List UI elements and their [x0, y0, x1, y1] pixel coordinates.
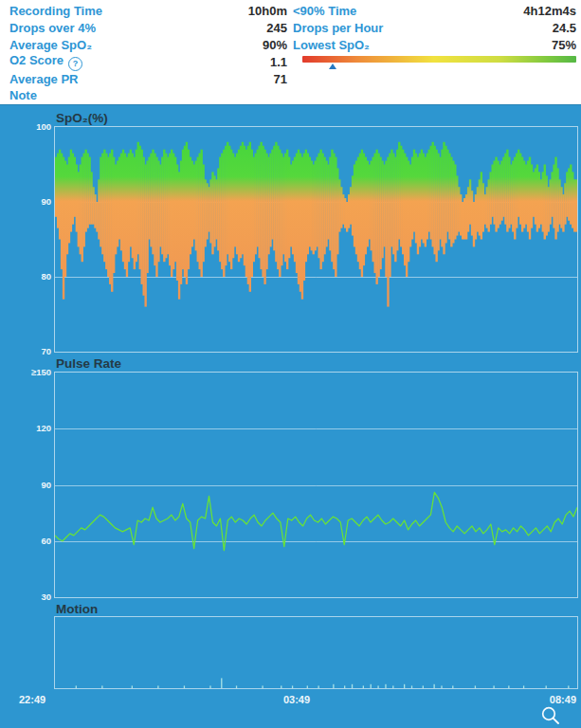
time-axis: 22:49 03:49 08:49 — [0, 694, 581, 708]
recording-time-value: 10h0m — [142, 4, 287, 18]
time-tick-middle: 03:49 — [283, 694, 310, 705]
o2-score-scale — [302, 55, 576, 70]
drops-per-hour-value: 24.5 — [553, 21, 576, 35]
note-label[interactable]: Note — [9, 88, 142, 102]
stat-row-o2-score: O2 Score? 1.1 — [9, 53, 576, 70]
lowest-spo2-value: 75% — [552, 38, 576, 52]
stat-row-average-pr: Average PR 71 — [9, 70, 576, 87]
o2-score-value: 1.1 — [142, 55, 287, 69]
pulse-rate-chart-title: Pulse Rate — [56, 356, 121, 371]
y-tick-label: 90 — [17, 481, 51, 490]
average-pr-value: 71 — [142, 72, 287, 86]
average-spo2-value: 90% — [142, 38, 287, 52]
pulse-rate-chart-canvas — [55, 373, 577, 597]
y-tick-label: 80 — [17, 272, 51, 282]
y-tick-label: 70 — [17, 347, 51, 356]
y-tick-label: 120 — [17, 424, 51, 433]
spo2-chart-canvas — [55, 127, 577, 352]
y-tick-label: 30 — [17, 592, 51, 602]
charts-panel: SpO₂(%) 100908070 Pulse Rate ≥1501209060… — [0, 104, 581, 728]
lowest-spo2-label: Lowest SpO₂ — [293, 38, 370, 52]
average-pr-label: Average PR — [9, 72, 142, 86]
pulse-rate-chart[interactable]: ≥150120906030 — [54, 372, 578, 598]
under90-time-value: 4h12m4s — [523, 4, 576, 18]
drops-over-4-value: 245 — [142, 21, 287, 35]
motion-chart[interactable] — [54, 616, 578, 689]
help-icon[interactable]: ? — [68, 57, 82, 71]
drops-over-4-label: Drops over 4% — [9, 21, 142, 35]
under90-time-label: <90% Time — [293, 4, 356, 18]
spo2-chart[interactable]: 100908070 — [54, 126, 578, 353]
o2-score-marker-icon — [329, 64, 336, 69]
y-tick-label: 100 — [17, 122, 51, 132]
stat-row-note[interactable]: Note — [9, 87, 576, 104]
y-tick-label: 90 — [17, 197, 51, 207]
y-tick-label: ≥150 — [17, 368, 51, 377]
stat-row-average-spo2: Average SpO₂ 90% Lowest SpO₂ 75% — [9, 37, 576, 54]
motion-chart-title: Motion — [56, 602, 98, 616]
drops-per-hour-label: Drops per Hour — [293, 21, 383, 35]
average-spo2-label: Average SpO₂ — [9, 38, 142, 52]
motion-chart-canvas — [55, 617, 577, 688]
stat-row-drops: Drops over 4% 245 Drops per Hour 24.5 — [9, 20, 576, 37]
magnifier-icon[interactable] — [539, 704, 562, 727]
recording-time-label: Recording Time — [9, 4, 142, 18]
o2-score-gradient-bar — [302, 56, 576, 63]
time-tick-start: 22:49 — [19, 694, 45, 705]
report-stats-header: Recording Time 10h0m <90% Time 4h12m4s D… — [0, 0, 581, 104]
spo2-chart-title: SpO₂(%) — [56, 111, 108, 125]
o2-score-label: O2 Score? — [9, 53, 142, 71]
stat-row-recording-time: Recording Time 10h0m <90% Time 4h12m4s — [9, 3, 576, 20]
y-tick-label: 60 — [17, 537, 51, 546]
